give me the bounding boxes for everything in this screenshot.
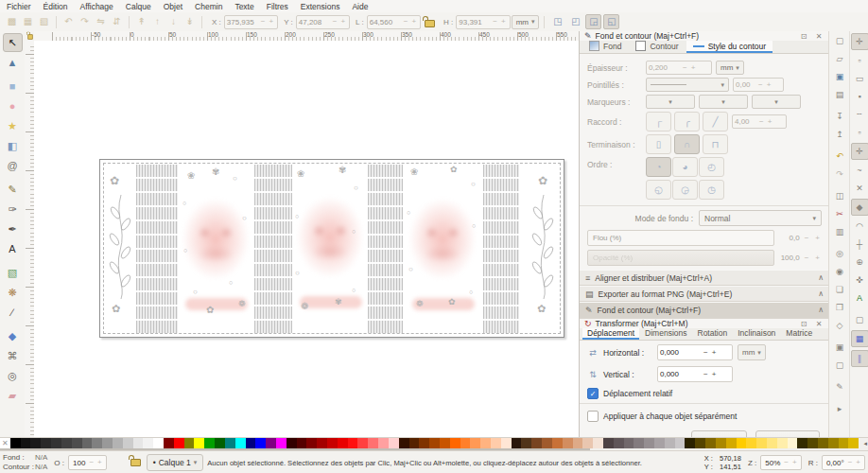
spiral-tool[interactable]: @	[3, 156, 23, 175]
menu-texte[interactable]: Texte	[234, 2, 253, 11]
rotation-field[interactable]: 0,00°−+	[822, 455, 865, 470]
menu-fichier[interactable]: Fichier	[7, 2, 31, 11]
color-swatch[interactable]	[246, 438, 256, 448]
increment-icon[interactable]: +	[339, 18, 347, 26]
decrement-icon[interactable]: −	[402, 18, 410, 26]
color-swatch[interactable]	[51, 438, 61, 448]
cut-icon[interactable]: ✂	[832, 206, 848, 221]
tab-contour[interactable]: Contour	[629, 41, 685, 53]
snap-line-midpoints-icon[interactable]: ┼	[852, 236, 868, 252]
color-swatch[interactable]	[389, 438, 399, 448]
color-swatch[interactable]	[552, 438, 563, 448]
increment-icon[interactable]: +	[499, 18, 508, 26]
order-fill-markers-stroke-button[interactable]: ◕	[672, 157, 698, 177]
snap-bounding-box-icon[interactable]: ▫	[852, 53, 868, 68]
color-swatch[interactable]	[818, 438, 828, 448]
color-swatch[interactable]	[573, 438, 583, 448]
snap-cusp-nodes-icon[interactable]: ◆	[851, 199, 868, 216]
fill-stroke-indicator[interactable]: Fond :N/A Contour :N/A	[3, 453, 47, 471]
layer-visibility-icon[interactable]	[111, 456, 125, 470]
increment-icon[interactable]: +	[689, 64, 698, 72]
color-swatch[interactable]	[164, 438, 174, 448]
color-swatch[interactable]	[480, 438, 491, 448]
color-swatch[interactable]	[409, 438, 420, 448]
color-swatch[interactable]	[614, 438, 624, 448]
color-swatch[interactable]	[225, 438, 235, 448]
unlink-clone-icon[interactable]: ◇	[832, 318, 848, 333]
color-swatch[interactable]	[563, 438, 573, 448]
increment-icon[interactable]: +	[790, 459, 799, 466]
decrement-icon[interactable]: −	[681, 64, 689, 72]
new-document-icon[interactable]: ▢	[832, 33, 848, 48]
cap-square-button[interactable]: ⊓	[703, 134, 728, 154]
text-tool[interactable]: A	[3, 239, 23, 258]
color-swatch[interactable]	[297, 438, 307, 448]
color-swatch[interactable]	[235, 438, 246, 448]
stroke-width-field[interactable]: 0,200−+	[646, 61, 712, 75]
apply-separately-checkbox[interactable]	[587, 411, 599, 422]
color-swatch[interactable]	[266, 438, 276, 448]
color-swatch[interactable]	[491, 438, 501, 448]
snap-bbox-centers-icon[interactable]: ▫	[852, 125, 868, 140]
zoom-tool[interactable]: ◎	[3, 366, 23, 385]
ungroup-objects-icon[interactable]: ▢	[832, 358, 848, 373]
increment-icon[interactable]: +	[765, 81, 773, 89]
horizontal-field[interactable]: 0,000−+	[657, 344, 733, 360]
color-swatch[interactable]	[327, 438, 338, 448]
mug-wrap-design[interactable]: ✿✿❀✾○○○○○✿❁○❀✾○○○○❁✾○❀✿○○○○❁✿○✿✿	[99, 159, 564, 338]
color-swatch[interactable]	[174, 438, 184, 448]
layer-lock-icon[interactable]	[129, 456, 143, 470]
order-fill-stroke-markers-button[interactable]: ◔	[646, 157, 671, 177]
increment-icon[interactable]: +	[95, 459, 104, 466]
color-swatch[interactable]	[737, 438, 747, 448]
gradient-tool[interactable]: ▧	[3, 263, 23, 282]
decrement-icon[interactable]: −	[803, 235, 811, 242]
snap-path-intersections-icon[interactable]: ✕	[852, 181, 868, 196]
color-swatch[interactable]	[705, 438, 716, 448]
blur-slider[interactable]: Flou (%)	[587, 230, 774, 246]
units-dropdown[interactable]: mm▾	[512, 15, 540, 29]
color-swatch[interactable]	[593, 438, 603, 448]
decrement-icon[interactable]: −	[756, 81, 765, 89]
color-swatch[interactable]	[695, 438, 705, 448]
decrement-icon[interactable]: −	[87, 459, 95, 466]
decrement-icon[interactable]: −	[782, 459, 790, 466]
fill-stroke-dialog-icon[interactable]: ✎	[832, 379, 848, 394]
order-stroke-fill-markers-button[interactable]: ◴	[699, 157, 724, 177]
snap-bbox-corners-icon[interactable]: ▪	[852, 89, 868, 104]
open-document-icon[interactable]: ▱	[832, 51, 848, 66]
marker-dropdown-3[interactable]: ▾	[752, 95, 801, 109]
color-swatch[interactable]	[470, 438, 480, 448]
snap-bbox-edges-icon[interactable]: ▭	[852, 71, 868, 86]
star-tool[interactable]: ★	[3, 116, 23, 135]
miter-limit-field[interactable]: 4,00−+	[732, 114, 787, 129]
increment-icon[interactable]: +	[813, 254, 822, 262]
color-swatch[interactable]	[102, 438, 113, 448]
color-swatch[interactable]	[521, 438, 531, 448]
ellipse-tool[interactable]: ●	[3, 96, 23, 115]
current-layer-dropdown[interactable]: •Calque 1▾	[147, 454, 204, 471]
join-miter-button[interactable]: ┌	[646, 112, 671, 131]
color-swatch[interactable]	[338, 438, 348, 448]
color-swatch[interactable]	[255, 438, 266, 448]
select-all-icon[interactable]: ▩	[4, 14, 20, 29]
color-swatch[interactable]	[317, 438, 327, 448]
color-swatch[interactable]	[153, 438, 164, 448]
marker-dropdown-2[interactable]: ▾	[699, 95, 748, 109]
paste-icon[interactable]: ▥	[832, 224, 848, 239]
x-field[interactable]: 375,935−+	[224, 15, 278, 29]
dock-section-aligner-et-distribuer[interactable]: ≡Aligner et distribuer (Maj+Ctrl+A)∧	[580, 270, 829, 286]
scale-corners-toggle-icon[interactable]: ◰	[567, 14, 583, 29]
color-swatch[interactable]	[582, 438, 593, 448]
decrement-icon[interactable]: −	[491, 18, 499, 26]
vertical-field[interactable]: 0,000−+	[657, 366, 733, 382]
object-opacity-field[interactable]: 100−+	[68, 455, 107, 470]
snap-text-baseline-icon[interactable]: A	[852, 290, 868, 306]
snap-bbox-edge-midpoints-icon[interactable]: ╌	[852, 107, 868, 122]
create-clone-icon[interactable]: ❐	[832, 300, 848, 315]
fill-stroke-dialog-title[interactable]: ✎ Fond et contour (Maj+Ctrl+F) ⊡ ✕	[580, 31, 829, 41]
stroke-width-units-dropdown[interactable]: mm▾	[716, 61, 744, 75]
tab-dimensions[interactable]: Dimensions	[640, 328, 691, 340]
tab-inclinaison[interactable]: Inclinaison	[733, 328, 780, 340]
color-swatch[interactable]	[306, 438, 317, 448]
